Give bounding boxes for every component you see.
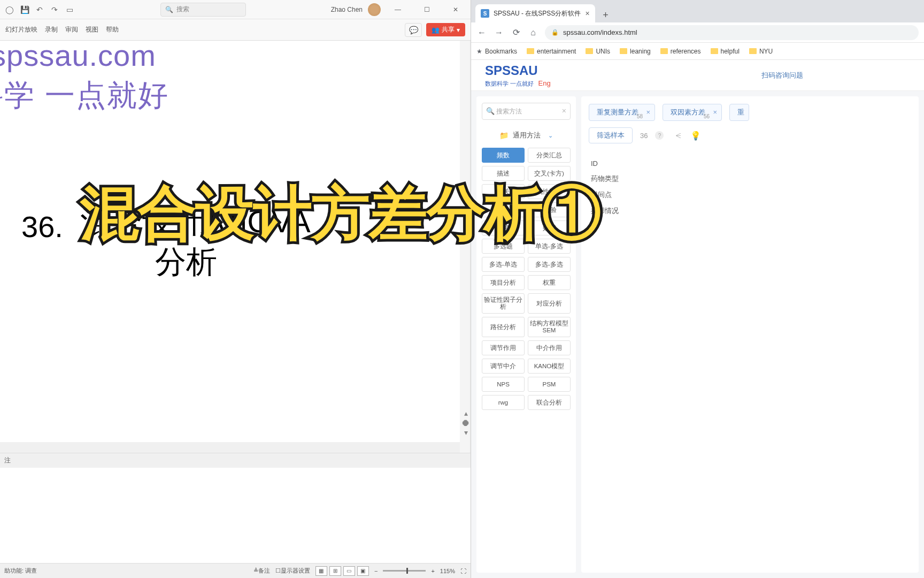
- bookmark-folder[interactable]: UNIs: [586, 48, 610, 55]
- method-conjoint[interactable]: 联合分析: [528, 395, 571, 410]
- sorter-view-icon[interactable]: ⊞: [329, 566, 341, 576]
- method-moderated-mediation[interactable]: 调节中介: [482, 359, 525, 374]
- display-settings-button[interactable]: ☐显示器设置: [275, 567, 310, 575]
- tab-slideshow[interactable]: 幻灯片放映: [5, 25, 37, 34]
- share-button[interactable]: 👥 共享 ▾: [426, 23, 465, 36]
- address-bar: ← → ⟳ ⌂ 🔒 spssau.com/indexs.html: [471, 22, 924, 43]
- ribbon-right: 💬 👥 共享 ▾: [405, 23, 465, 37]
- method-moderation[interactable]: 调节作用: [482, 340, 525, 355]
- method-cfa[interactable]: 验证性因子分析: [482, 293, 525, 314]
- language-link[interactable]: Eng: [538, 79, 551, 87]
- maximize-button[interactable]: ☐: [415, 2, 438, 18]
- video-overlay-title: 混合设计方差分析①: [80, 174, 600, 254]
- share-icon[interactable]: ⪪: [674, 131, 683, 140]
- method-item-analysis[interactable]: 项目分析: [482, 275, 525, 290]
- slideshow-icon[interactable]: ▭: [63, 3, 76, 16]
- title-right: Zhao Chen — ☐ ✕: [331, 2, 467, 18]
- title-center: 🔍 搜索: [76, 3, 331, 17]
- lock-icon: 🔒: [551, 29, 559, 36]
- notes-pane[interactable]: 注: [0, 453, 471, 468]
- back-button[interactable]: ←: [476, 27, 487, 38]
- method-category-summary[interactable]: 分类汇总: [528, 148, 571, 163]
- fit-window-icon[interactable]: ⛶: [460, 568, 466, 574]
- title-bar: ◯ 💾 ↶ ↷ ▭ 🔍 搜索 Zhao Chen — ☐ ✕: [0, 0, 471, 19]
- method-multi-single[interactable]: 多选-单选: [482, 257, 525, 272]
- url-input[interactable]: 🔒 spssau.com/indexs.html: [545, 25, 919, 40]
- redo-icon[interactable]: ↷: [48, 3, 61, 16]
- method-nps[interactable]: NPS: [482, 377, 525, 392]
- method-kano[interactable]: KANO模型: [528, 359, 571, 374]
- tag-repeated-anova[interactable]: 重复测量方差 58 ×: [589, 104, 655, 121]
- variable-timepoint[interactable]: 时间点: [589, 187, 911, 203]
- new-tab-button[interactable]: +: [598, 7, 613, 22]
- tag-twoway-anova[interactable]: 双因素方差 56 ×: [663, 104, 722, 121]
- search-box[interactable]: 🔍 搜索: [160, 3, 246, 17]
- zoom-in-icon[interactable]: +: [431, 568, 434, 574]
- category-selector[interactable]: 📁 通用方法 ⌄: [482, 126, 571, 148]
- variable-drug-type[interactable]: 药物类型: [589, 171, 911, 187]
- close-icon[interactable]: ×: [646, 108, 650, 116]
- bookmark-folder[interactable]: references: [660, 48, 701, 55]
- user-name: Zhao Chen: [331, 6, 363, 13]
- help-icon[interactable]: ?: [655, 131, 664, 140]
- quick-access-toolbar: ◯ 💾 ↶ ↷ ▭: [3, 3, 76, 16]
- scroll-down-icon[interactable]: ▾: [464, 428, 468, 437]
- reload-button[interactable]: ⟳: [511, 27, 521, 38]
- site-brand[interactable]: SPSSAU 数据科学 一点就好 Eng: [485, 63, 551, 88]
- ribbon-tabs: 幻灯片放映 录制 审阅 视图 帮助: [5, 25, 119, 34]
- tab-help[interactable]: 帮助: [106, 25, 119, 34]
- close-button[interactable]: ✕: [444, 2, 467, 18]
- method-mediation[interactable]: 中介作用: [528, 340, 571, 355]
- zoom-slider[interactable]: [383, 570, 426, 572]
- zoom-value[interactable]: 115%: [440, 568, 455, 574]
- variable-depression[interactable]: 抑郁情况: [589, 203, 911, 219]
- browser-tabstrip: S SPSSAU - 在线SPSS分析软件 × +: [471, 0, 924, 22]
- minimize-button[interactable]: —: [386, 2, 410, 18]
- home-button[interactable]: ⌂: [528, 27, 538, 38]
- tab-view[interactable]: 视图: [86, 25, 98, 34]
- forward-button[interactable]: →: [494, 27, 504, 38]
- method-rwg[interactable]: rwg: [482, 395, 525, 410]
- clear-icon[interactable]: ×: [562, 107, 566, 115]
- method-frequency[interactable]: 频数: [482, 148, 525, 163]
- bulb-icon[interactable]: 💡: [690, 131, 701, 141]
- scroll-up-icon[interactable]: ▴: [464, 409, 468, 417]
- bookmarks-main[interactable]: ★ Bookmarks: [476, 48, 517, 55]
- search-placeholder: 搜索: [176, 5, 189, 14]
- method-weight[interactable]: 权重: [528, 275, 571, 290]
- method-path[interactable]: 路径分析: [482, 317, 525, 337]
- folder-icon: [586, 48, 593, 54]
- normal-view-icon[interactable]: ▦: [315, 566, 327, 576]
- tab-record[interactable]: 录制: [45, 25, 58, 34]
- tag-partial[interactable]: 重: [729, 104, 749, 121]
- favicon: S: [481, 9, 489, 18]
- powerpoint-window: ◯ 💾 ↶ ↷ ▭ 🔍 搜索 Zhao Chen — ☐ ✕ 幻灯片放映 录制 …: [0, 0, 471, 578]
- method-psm[interactable]: PSM: [528, 377, 571, 392]
- save-icon[interactable]: 💾: [18, 3, 31, 16]
- reading-view-icon[interactable]: ▭: [343, 566, 355, 576]
- method-search-input[interactable]: [482, 103, 571, 120]
- tab-title: SPSSAU - 在线SPSS分析软件: [494, 9, 581, 18]
- autosave-toggle[interactable]: ◯: [3, 3, 16, 16]
- notes-button[interactable]: ≜备注: [253, 567, 270, 575]
- tab-review[interactable]: 审阅: [65, 25, 78, 34]
- bookmark-folder[interactable]: leaning: [620, 48, 651, 55]
- filter-sample-button[interactable]: 筛选样本: [589, 127, 633, 143]
- status-left: 助功能: 调查: [4, 567, 37, 575]
- method-multi-multi[interactable]: 多选-多选: [528, 257, 571, 272]
- avatar[interactable]: [368, 3, 381, 16]
- method-correspondence[interactable]: 对应分析: [528, 293, 571, 314]
- close-icon[interactable]: ×: [713, 108, 717, 116]
- zoom-out-icon[interactable]: −: [374, 568, 378, 574]
- qr-consult-link[interactable]: 扫码咨询问题: [761, 71, 803, 80]
- slideshow-view-icon[interactable]: ▣: [357, 566, 369, 576]
- tab-close-icon[interactable]: ×: [585, 9, 589, 18]
- variable-id[interactable]: ID: [589, 156, 911, 171]
- bookmark-folder[interactable]: entertainment: [527, 48, 576, 55]
- undo-icon[interactable]: ↶: [33, 3, 46, 16]
- browser-tab[interactable]: S SPSSAU - 在线SPSS分析软件 ×: [475, 4, 595, 22]
- comment-button[interactable]: 💬: [405, 23, 422, 37]
- bookmark-folder[interactable]: NYU: [749, 48, 773, 55]
- method-sem[interactable]: 结构方程模型SEM: [528, 317, 571, 337]
- bookmark-folder[interactable]: helpful: [711, 48, 740, 55]
